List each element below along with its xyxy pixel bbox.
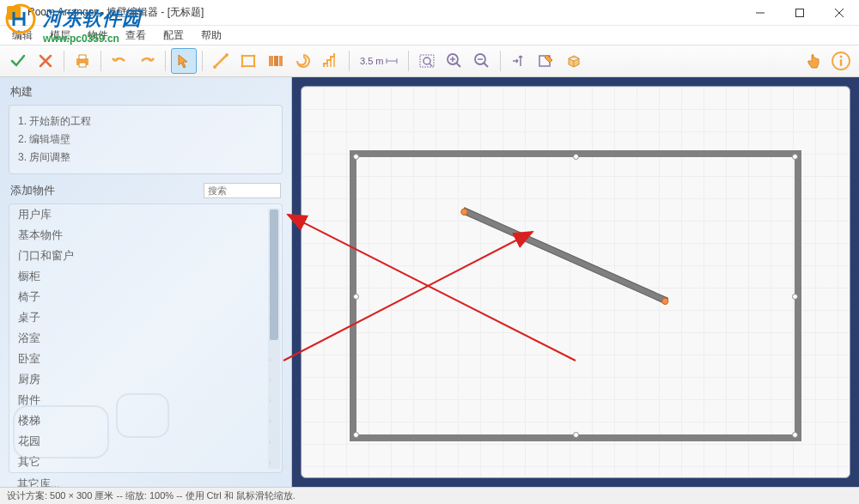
toolbar-separator	[349, 51, 350, 71]
spiral-tool[interactable]	[290, 48, 316, 74]
maximize-button[interactable]	[780, 0, 819, 26]
zoom-fit-button[interactable]	[414, 48, 440, 74]
rectangle-tool[interactable]	[235, 48, 261, 74]
edit-tool[interactable]	[533, 48, 559, 74]
undo-button[interactable]	[107, 48, 132, 74]
svg-rect-37	[840, 59, 842, 66]
canvas-area[interactable]	[292, 77, 859, 487]
category-scrollbar[interactable]	[268, 208, 280, 469]
select-tool[interactable]	[171, 48, 197, 74]
category-user[interactable]: 用户库›	[9, 204, 282, 225]
other-library-link[interactable]: 其它库...	[0, 473, 291, 487]
svg-point-11	[213, 65, 216, 69]
category-garden[interactable]: 花园›	[9, 431, 282, 452]
resize-handle[interactable]	[353, 294, 359, 300]
toolbar-separator	[500, 51, 501, 71]
svg-point-12	[225, 53, 228, 57]
info-button[interactable]	[828, 48, 854, 74]
menu-edit[interactable]: 编辑	[3, 27, 41, 45]
category-bath[interactable]: 浴室›	[9, 328, 282, 349]
svg-line-26	[430, 64, 432, 66]
arrows-tool[interactable]	[506, 48, 532, 74]
toolbar-separator	[165, 51, 166, 71]
svg-line-30	[456, 64, 460, 68]
category-stairs[interactable]: 楼梯›	[9, 410, 282, 431]
menu-config[interactable]: 配置	[155, 27, 192, 45]
box-3d-tool[interactable]	[561, 48, 587, 74]
measure-tool[interactable]: 3.5 m	[355, 48, 403, 74]
wall-texture-tool[interactable]	[263, 48, 289, 74]
resize-handle[interactable]	[573, 154, 579, 160]
category-other[interactable]: 其它›	[9, 452, 282, 472]
category-chair[interactable]: 椅子›	[9, 287, 282, 307]
confirm-button[interactable]	[5, 48, 31, 74]
resize-handle[interactable]	[573, 432, 579, 438]
menubar: 编辑 模层 物件 查看 配置 帮助	[0, 26, 859, 45]
scrollbar-thumb[interactable]	[270, 209, 278, 340]
print-button[interactable]	[70, 48, 95, 74]
minimize-button[interactable]	[740, 0, 780, 26]
toolbar-separator	[408, 51, 409, 71]
stairs-tool[interactable]	[318, 48, 344, 74]
zoom-out-button[interactable]	[469, 48, 495, 74]
cancel-button[interactable]	[33, 48, 58, 74]
titlebar: Room Arranger - 墙壁编辑器 - [无标题]	[0, 0, 859, 26]
svg-rect-13	[242, 56, 254, 66]
build-panel-header: 构建	[0, 77, 291, 105]
resize-handle[interactable]	[353, 432, 359, 438]
svg-point-16	[241, 65, 244, 68]
zoom-in-button[interactable]	[442, 48, 467, 74]
svg-point-25	[423, 58, 430, 64]
touch-mode-button[interactable]	[801, 48, 826, 74]
toolbar-separator	[64, 51, 64, 71]
category-table[interactable]: 桌子›	[9, 307, 282, 328]
svg-rect-8	[79, 55, 86, 59]
svg-line-10	[215, 55, 227, 67]
svg-point-36	[840, 56, 843, 58]
svg-point-15	[253, 55, 256, 58]
svg-line-33	[484, 64, 488, 68]
toolbar-separator	[202, 51, 203, 71]
app-icon	[7, 6, 21, 20]
canvas-frame[interactable]	[301, 86, 850, 478]
category-accessory[interactable]: 附件›	[9, 390, 282, 410]
build-step[interactable]: 2. 编辑墙壁	[18, 131, 273, 149]
toolbar: 3.5 m	[0, 45, 859, 77]
room-outline[interactable]	[350, 150, 801, 441]
statusbar: 设计方案: 500 × 300 厘米 -- 缩放: 100% -- 使用 Ctr…	[0, 487, 859, 504]
sidebar: 构建 1. 开始新的工程 2. 编辑墙壁 3. 房间调整 添加物件 用户库› 基…	[0, 77, 292, 487]
build-step[interactable]: 3. 房间调整	[18, 149, 273, 167]
category-list: 用户库› 基本物件› 门口和窗户› 橱柜› 椅子› 桌子› 浴室› 卧室› 厨房…	[9, 203, 283, 473]
menu-floor[interactable]: 模层	[41, 27, 79, 45]
category-kitchen[interactable]: 厨房›	[9, 369, 282, 390]
add-objects-header: 添加物件	[10, 183, 204, 198]
toolbar-separator	[101, 51, 101, 71]
svg-rect-18	[269, 56, 273, 66]
close-button[interactable]	[819, 0, 859, 26]
search-input[interactable]	[204, 183, 281, 198]
category-cabinet[interactable]: 橱柜›	[9, 266, 282, 287]
svg-rect-9	[79, 63, 86, 67]
svg-rect-2	[796, 9, 804, 16]
redo-button[interactable]	[134, 48, 160, 74]
measure-label: 3.5 m	[360, 56, 384, 66]
svg-rect-20	[279, 56, 283, 66]
svg-point-14	[241, 55, 244, 58]
menu-objects[interactable]: 物件	[79, 27, 117, 45]
category-bedroom[interactable]: 卧室›	[9, 349, 282, 369]
category-basic[interactable]: 基本物件›	[9, 225, 282, 246]
build-steps-box: 1. 开始新的工程 2. 编辑墙壁 3. 房间调整	[9, 105, 283, 174]
build-step[interactable]: 1. 开始新的工程	[18, 112, 273, 131]
resize-handle[interactable]	[792, 154, 798, 160]
menu-help[interactable]: 帮助	[192, 27, 230, 45]
category-doors[interactable]: 门口和窗户›	[9, 246, 282, 266]
svg-point-17	[253, 65, 256, 68]
menu-view[interactable]: 查看	[117, 27, 155, 45]
resize-handle[interactable]	[792, 432, 798, 438]
resize-handle[interactable]	[353, 154, 359, 160]
svg-rect-19	[274, 56, 278, 66]
window-title: Room Arranger - 墙壁编辑器 - [无标题]	[27, 5, 204, 20]
status-text: 设计方案: 500 × 300 厘米 -- 缩放: 100% -- 使用 Ctr…	[7, 489, 295, 502]
resize-handle[interactable]	[792, 294, 798, 300]
wall-tool[interactable]	[208, 48, 234, 74]
